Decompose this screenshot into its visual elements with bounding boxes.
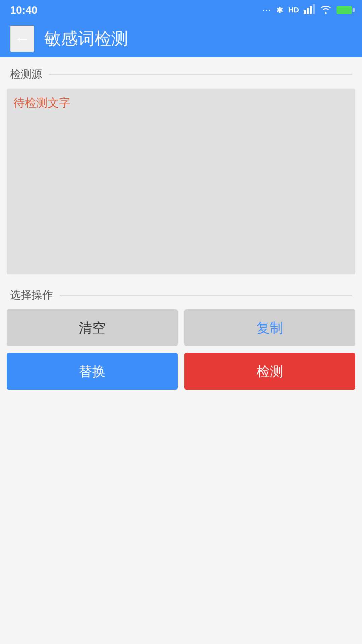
battery-icon — [337, 6, 352, 14]
operations-label-row: 选择操作 — [7, 284, 355, 309]
detect-button[interactable]: 检测 — [184, 353, 355, 390]
page-title: 敏感词检测 — [44, 28, 128, 50]
svg-rect-2 — [310, 6, 312, 14]
status-icons: ··· ✱ HD — [262, 4, 352, 16]
main-content: 检测源 选择操作 清空 复制 替换 检测 — [0, 57, 362, 644]
replace-button[interactable]: 替换 — [7, 353, 178, 390]
button-row-2: 替换 检测 — [7, 353, 355, 390]
back-button[interactable]: ← — [10, 25, 34, 52]
operations-label: 选择操作 — [10, 288, 53, 303]
status-bar: 10:40 ··· ✱ HD — [0, 0, 362, 20]
svg-rect-0 — [304, 10, 306, 14]
section-divider-1 — [49, 74, 352, 75]
copy-button[interactable]: 复制 — [184, 309, 355, 346]
svg-rect-1 — [307, 8, 309, 14]
status-time: 10:40 — [10, 4, 38, 16]
svg-point-4 — [325, 12, 327, 14]
operations-section: 选择操作 清空 复制 替换 检测 — [0, 274, 362, 403]
bluetooth-icon: ✱ — [276, 5, 284, 15]
hd-label: HD — [288, 6, 299, 14]
detection-source-label: 检测源 — [10, 67, 42, 82]
more-icon: ··· — [262, 6, 272, 14]
detection-text-input[interactable] — [13, 95, 349, 266]
text-input-container — [7, 89, 355, 274]
svg-rect-3 — [313, 4, 315, 14]
button-row-1: 清空 复制 — [7, 309, 355, 346]
app-bar: ← 敏感词检测 — [0, 20, 362, 57]
wifi-icon — [320, 4, 332, 16]
signal-icon — [304, 4, 315, 16]
clear-button[interactable]: 清空 — [7, 309, 178, 346]
detection-source-section: 检测源 — [0, 57, 362, 89]
section-divider-2 — [60, 295, 352, 296]
